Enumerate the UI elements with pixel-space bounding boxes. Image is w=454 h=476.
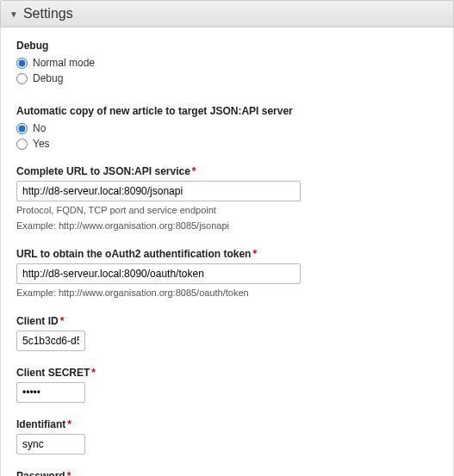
url-oauth-input[interactable] — [16, 263, 301, 284]
identifiant-input[interactable] — [16, 434, 85, 454]
autocopy-radio-yes[interactable] — [16, 139, 28, 150]
debug-radio-normal[interactable] — [16, 58, 28, 69]
debug-option-debug[interactable]: Debug — [16, 72, 438, 84]
autocopy-radio-yes-label: Yes — [33, 138, 50, 150]
url-service-help1: Protocol, FQDN, TCP port and service end… — [16, 204, 438, 217]
url-service-input[interactable] — [16, 181, 301, 201]
password-label: Password* — [16, 470, 438, 476]
debug-group-label: Debug — [16, 40, 438, 52]
url-oauth-help: Example: http://www.organisation.org:808… — [16, 287, 438, 300]
autocopy-option-yes[interactable]: Yes — [16, 138, 438, 150]
settings-panel-body: Debug Normal mode Debug Automatic copy o… — [0, 28, 454, 476]
url-service-help2: Example: http://www.organisation.org:808… — [16, 219, 438, 232]
autocopy-radio-no[interactable] — [16, 123, 28, 134]
debug-radio-debug-label: Debug — [33, 72, 63, 84]
autocopy-radio-no-label: No — [33, 122, 46, 134]
debug-radio-debug[interactable] — [16, 73, 28, 84]
autocopy-option-no[interactable]: No — [16, 122, 438, 134]
settings-panel-header[interactable]: ▼ Settings — [0, 0, 454, 28]
url-service-label: Complete URL to JSON:API service* — [16, 165, 438, 177]
client-secret-label: Client SECRET* — [16, 367, 438, 379]
url-oauth-label: URL to obtain the oAuth2 authentificatio… — [16, 248, 438, 260]
client-secret-input[interactable] — [16, 382, 85, 403]
client-id-label: Client ID* — [16, 315, 438, 327]
client-id-input[interactable] — [16, 331, 85, 351]
debug-option-normal[interactable]: Normal mode — [16, 57, 438, 69]
identifiant-label: Identifiant* — [16, 418, 438, 430]
panel-title: Settings — [23, 6, 73, 22]
autocopy-group-label: Automatic copy of new article to target … — [16, 105, 438, 117]
collapse-icon: ▼ — [9, 9, 18, 19]
debug-radio-normal-label: Normal mode — [33, 57, 95, 69]
